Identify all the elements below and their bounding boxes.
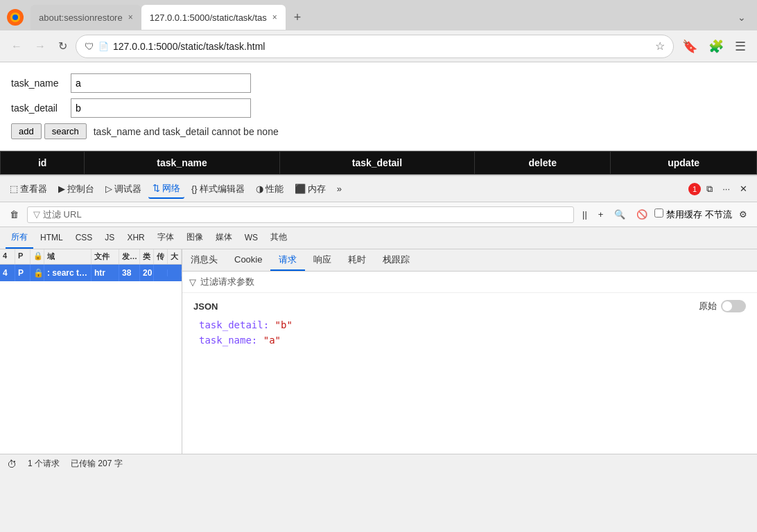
block-requests-button[interactable]: 🚫 (632, 207, 652, 222)
new-tab-button[interactable]: + (290, 9, 306, 26)
filter-tab-xhr[interactable]: XHR (121, 227, 150, 249)
page-icon: 📄 (98, 42, 109, 51)
add-filter-button[interactable]: + (594, 207, 608, 222)
json-toggle-label: 原始 (699, 300, 717, 312)
requests-count: 1 个请求 (28, 458, 60, 470)
close-devtools-button[interactable]: ✕ (736, 181, 751, 197)
tab-session-restore[interactable]: about:sessionrestore × (31, 5, 141, 30)
network-settings-button[interactable]: ⚙ (735, 207, 751, 222)
task-name-input[interactable] (71, 73, 251, 93)
inspector-button[interactable]: ⬚ 查看器 (6, 180, 51, 198)
filter-tab-font[interactable]: 字体 (152, 227, 180, 249)
add-button[interactable]: add (11, 123, 42, 139)
style-editor-icon: {} (191, 184, 198, 194)
clear-network-button[interactable]: 🗑 (6, 207, 23, 222)
filter-tab-all[interactable]: 所有 (6, 227, 33, 249)
network-icon: ⇅ (153, 183, 160, 193)
row-transferred (154, 269, 168, 276)
style-editor-button[interactable]: {} 样式编辑器 (187, 180, 249, 198)
memory-button[interactable]: ⬛ 内存 (290, 180, 330, 198)
debugger-button[interactable]: ▷ 调试器 (101, 180, 146, 198)
back-button[interactable]: ← (7, 37, 26, 55)
row-size (168, 269, 182, 276)
detail-tab-timing[interactable]: 耗时 (340, 249, 374, 271)
col-delete: delete (475, 152, 611, 175)
search-button[interactable]: search (44, 123, 87, 139)
raw-toggle[interactable] (721, 300, 746, 312)
performance-button[interactable]: ◑ 性能 (252, 180, 288, 198)
json-toggle: 原始 (699, 300, 746, 312)
console-button[interactable]: ▶ 控制台 (54, 180, 98, 198)
json-task-name-line: task_name: "a" (193, 335, 746, 346)
filter-tab-html[interactable]: HTML (35, 227, 69, 249)
network-list-panel: 4 P 🔒 域 文件 发… 类 传 大 4 P 🔒 : searc ta··· … (0, 249, 182, 454)
performance-label: 性能 (266, 183, 284, 195)
bookmarks-button[interactable]: 🔖 (678, 36, 702, 57)
shield-icon: 🛡 (85, 41, 94, 52)
filter-tab-media[interactable]: 媒体 (210, 227, 238, 249)
col-update: update (611, 152, 757, 175)
network-button[interactable]: ⇅ 网络 (148, 179, 184, 199)
detail-tab-request[interactable]: 请求 (270, 249, 305, 271)
url-text: 127.0.0.1:5000/static/task/task.html (113, 41, 648, 52)
disable-cache-checkbox[interactable] (654, 209, 663, 218)
tab-task-close[interactable]: × (272, 12, 277, 22)
row-file: htr (92, 265, 119, 281)
bookmark-star-icon[interactable]: ☆ (655, 39, 665, 53)
detail-tab-stack[interactable]: 栈跟踪 (374, 249, 418, 271)
col-task-detail: task_detail (279, 152, 474, 175)
col-lock-header: 🔒 (31, 249, 44, 264)
tab-session-restore-label: about:sessionrestore (39, 12, 123, 23)
menu-button[interactable]: ☰ (731, 36, 750, 57)
json-task-detail-line: task_detail: "b" (193, 319, 746, 330)
tab-task[interactable]: 127.0.0.1:5000/static/task/tas × (141, 5, 286, 30)
task-name-label: task_name (11, 78, 67, 89)
memory-icon: ⬛ (295, 184, 306, 194)
pause-recording-button[interactable]: || (578, 207, 591, 222)
row-protocol: P (15, 265, 31, 281)
filter-params-bar: ▽ 过滤请求参数 (182, 272, 757, 293)
tab-overflow-button[interactable]: ⌄ (732, 9, 751, 26)
more-tools-button[interactable]: » (333, 181, 346, 197)
detail-tab-cookie[interactable]: Cookie (226, 249, 270, 271)
reload-button[interactable]: ↻ (54, 37, 71, 55)
filter-tab-ws[interactable]: WS (239, 227, 263, 249)
task-name-row: task_name (11, 73, 746, 93)
col-method-header: 发… (119, 249, 140, 264)
col-transferred-header: 传 (154, 249, 168, 264)
svg-point-2 (12, 15, 18, 20)
detail-tab-response[interactable]: 响应 (305, 249, 340, 271)
col-file-header: 文件 (92, 249, 119, 264)
nav-bar: ← → ↻ 🛡 📄 127.0.0.1:5000/static/task/tas… (0, 30, 757, 62)
col-num-header: 4 (0, 249, 15, 264)
detail-tab-headers[interactable]: 消息头 (182, 249, 226, 271)
devtools-status-bar: ⏱ 1 个请求 已传输 207 字 (0, 454, 757, 473)
task-detail-input[interactable] (71, 98, 251, 118)
filter-url-input[interactable]: ▽ 过滤 URL (27, 206, 574, 223)
devtools-main: 4 P 🔒 域 文件 发… 类 传 大 4 P 🔒 : searc ta··· … (0, 249, 757, 454)
filter-tab-other[interactable]: 其他 (265, 227, 293, 249)
debugger-label: 调试器 (114, 183, 141, 195)
filter-tab-image[interactable]: 图像 (181, 227, 209, 249)
tab-bar: about:sessionrestore × 127.0.0.1:5000/st… (0, 0, 757, 30)
network-list-row[interactable]: 4 P 🔒 : searc ta··· htr 38 20 (0, 265, 182, 281)
network-label: 网络 (162, 182, 180, 195)
responsive-button[interactable]: ⧉ (702, 181, 717, 197)
row-method: 38 (119, 265, 140, 281)
address-bar[interactable]: 🛡 📄 127.0.0.1:5000/static/task/task.html… (76, 35, 674, 58)
tab-session-restore-close[interactable]: × (128, 12, 133, 22)
disable-cache-label: 禁用缓存 (654, 209, 702, 221)
devtools-actions: 1 ⧉ ··· ✕ (688, 181, 751, 197)
nav-icons: 🔖 🧩 ☰ (678, 36, 750, 57)
throttle-selector[interactable]: 不节流 (705, 209, 732, 221)
inspector-icon: ⬚ (10, 184, 18, 194)
filter-placeholder: 过滤 URL (43, 209, 82, 221)
json-task-detail-key: task_detail: (199, 319, 269, 330)
forward-button[interactable]: → (31, 37, 50, 55)
search-network-button[interactable]: 🔍 (610, 207, 629, 222)
filter-tab-js[interactable]: JS (99, 227, 120, 249)
extensions-button[interactable]: 🧩 (704, 36, 728, 57)
network-list-header: 4 P 🔒 域 文件 发… 类 传 大 (0, 249, 182, 265)
filter-tab-css[interactable]: CSS (70, 227, 98, 249)
more-options-button[interactable]: ··· (718, 181, 734, 197)
